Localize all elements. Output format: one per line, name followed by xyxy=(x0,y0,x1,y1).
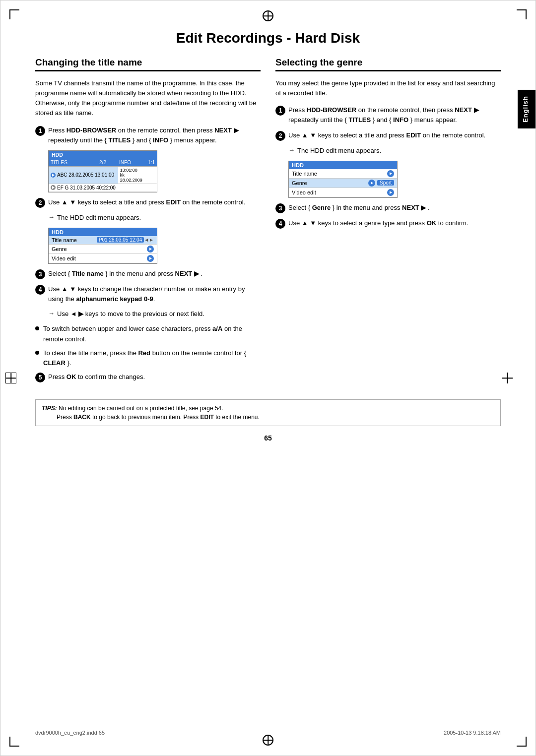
right-column: Selecting the genre You may select the g… xyxy=(275,57,501,387)
bullet-list: To switch between upper and lower case c… xyxy=(35,324,261,368)
right-step-2-text: Use ▲ ▼ keys to select a title and press… xyxy=(288,130,501,140)
left-step-4-sub: → Use ◄ ▶ keys to move to the previous o… xyxy=(48,309,261,319)
right-step-2-sub: → The HDD edit menu appears. xyxy=(288,146,501,156)
menu-row-genre: Genre xyxy=(49,245,157,254)
hdd-row-1: ABC 28.02.2005 13:01:00 13:01:00kk28.02.… xyxy=(49,167,157,184)
step-2-text: Use ▲ ▼ keys to select a title and press… xyxy=(48,197,261,207)
right-step-3: 3 Select { Genre } in the menu and press… xyxy=(275,203,501,213)
right-intro: You may select the genre type provided i… xyxy=(275,78,501,98)
left-step-4: 4 Use ▲ ▼ keys to change the character/ … xyxy=(35,284,261,304)
arrow-icon-1: → xyxy=(48,213,55,221)
tips-box: TIPS: No editing can be carried out on a… xyxy=(35,399,501,426)
arrow-icon-3: → xyxy=(288,146,295,154)
right-step-4-text: Use ▲ ▼ keys to select a genre type and … xyxy=(288,218,501,228)
corner-mark-tl xyxy=(9,9,19,19)
genre-edit-menu: HDD Title name Genre Sport xyxy=(288,161,398,198)
right-step-1: 1 Press HDD-BROWSER on the remote contro… xyxy=(275,105,501,125)
crosshair-bottom xyxy=(263,735,273,746)
left-intro: Some TV channels transmit the name of th… xyxy=(35,78,261,119)
crosshair-top xyxy=(263,10,273,21)
hdd-row-2: EF G 31.03.2005 40:22:00 xyxy=(49,184,157,192)
left-section-heading: Changing the title name xyxy=(35,57,261,71)
english-tab: English xyxy=(518,90,536,128)
hdd-titles-header: HDD xyxy=(49,151,157,159)
step-num-3: 3 xyxy=(35,269,45,279)
page-number-display: 65 xyxy=(35,434,501,442)
right-step-num-3: 3 xyxy=(275,203,285,213)
footer-right: 2005-10-13 9:18:18 AM xyxy=(444,730,501,736)
left-step-3: 3 Select { Title name } in the menu and … xyxy=(35,269,261,279)
step-1-text: Press HDD-BROWSER on the remote control,… xyxy=(48,126,261,145)
corner-mark-tr xyxy=(517,9,527,19)
genre-row-genre: Genre Sport xyxy=(289,179,397,188)
corner-mark-br xyxy=(517,737,527,747)
left-step-2-sub: → The HDD edit menu appears. xyxy=(48,213,261,223)
right-step-num-1: 1 xyxy=(275,106,285,116)
right-step-num-4: 4 xyxy=(275,219,285,229)
bullet-1: To switch between upper and lower case c… xyxy=(35,324,261,344)
crosshair-right xyxy=(502,373,513,383)
step-num-2: 2 xyxy=(35,198,45,208)
bullet-dot-1 xyxy=(35,326,39,330)
hdd-edit-menu: HDD Title name P01 28.03.05 12:04 ◄► Gen… xyxy=(48,228,157,264)
arrow-icon-2: → xyxy=(48,310,55,317)
step-num-4: 4 xyxy=(35,285,45,295)
right-section-heading: Selecting the genre xyxy=(275,57,501,71)
menu-row-videoedit: Video edit xyxy=(49,254,157,263)
page-title: Edit Recordings - Hard Disk xyxy=(35,30,501,46)
footer-left: dvdr9000h_eu_eng2.indd 65 xyxy=(35,730,105,736)
bullet-dot-2 xyxy=(35,351,39,355)
right-step-num-2: 2 xyxy=(275,131,285,141)
crosshair-left xyxy=(5,373,16,383)
step-3-text: Select { Title name } in the menu and pr… xyxy=(48,269,261,279)
right-step-3-text: Select { Genre } in the menu and press N… xyxy=(288,203,501,213)
main-content: Edit Recordings - Hard Disk Changing the… xyxy=(0,0,536,482)
tips-text1: No editing can be carried out on a prote… xyxy=(59,405,223,412)
left-step-2: 2 Use ▲ ▼ keys to select a title and pre… xyxy=(35,197,261,208)
left-step-1: 1 Press HDD-BROWSER on the remote contro… xyxy=(35,126,261,145)
hdd-table-titles: HDD TITLES 2/2 INFO 1:1 ABC 28.02. xyxy=(48,150,157,192)
step-num-5: 5 xyxy=(35,373,45,382)
corner-mark-bl xyxy=(9,737,19,747)
right-step-1-text: Press HDD-BROWSER on the remote control,… xyxy=(288,105,501,125)
right-step-2: 2 Use ▲ ▼ keys to select a title and pre… xyxy=(275,130,501,141)
right-step-4: 4 Use ▲ ▼ keys to select a genre type an… xyxy=(275,218,501,229)
menu-row-titlename: Title name P01 28.03.05 12:04 ◄► xyxy=(49,236,157,245)
page: English Edit Recordings - Hard Disk Chan… xyxy=(0,0,536,756)
genre-row-videoedit: Video edit xyxy=(289,188,397,197)
left-step-5: 5 Press OK to confirm the changes. xyxy=(35,372,261,382)
tips-label: TIPS: xyxy=(42,405,57,412)
genre-row-titlename: Title name xyxy=(289,169,397,179)
step-num-1: 1 xyxy=(35,126,45,136)
step-4-text: Use ▲ ▼ keys to change the character/ nu… xyxy=(48,284,261,304)
bullet-2: To clear the title name, press the Red b… xyxy=(35,348,261,368)
step-5-text: Press OK to confirm the changes. xyxy=(48,372,261,382)
left-column: Changing the title name Some TV channels… xyxy=(35,57,261,387)
two-col-layout: Changing the title name Some TV channels… xyxy=(35,57,501,387)
